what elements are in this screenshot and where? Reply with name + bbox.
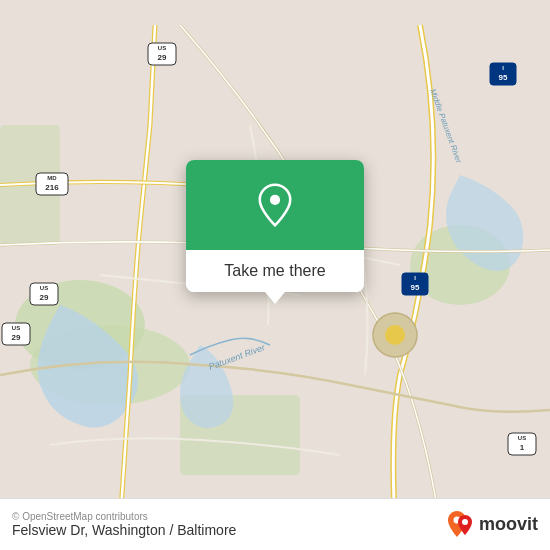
- svg-text:US: US: [40, 285, 48, 291]
- popup-header: [186, 160, 364, 250]
- location-text: Felsview Dr, Washington / Baltimore: [12, 522, 236, 538]
- moovit-brand-text: moovit: [479, 514, 538, 535]
- svg-text:US: US: [158, 45, 166, 51]
- svg-point-33: [462, 519, 468, 525]
- svg-text:MD: MD: [47, 175, 57, 181]
- svg-text:29: 29: [12, 333, 21, 342]
- bottom-bar: © OpenStreetMap contributors Felsview Dr…: [0, 498, 550, 550]
- moovit-logo: moovit: [447, 509, 538, 541]
- take-me-there-button[interactable]: Take me there: [186, 250, 364, 292]
- map-container: US 29 MD 216 US 29 I 95 I 95 US 1 US 29 …: [0, 0, 550, 550]
- bottom-left-info: © OpenStreetMap contributors Felsview Dr…: [12, 511, 236, 538]
- moovit-pin-icon: [447, 509, 475, 541]
- copyright-text: © OpenStreetMap contributors: [12, 511, 236, 522]
- svg-text:29: 29: [40, 293, 49, 302]
- svg-point-31: [270, 195, 280, 205]
- location-pin-icon: [253, 183, 297, 227]
- popup-card: Take me there: [186, 160, 364, 292]
- svg-text:95: 95: [499, 73, 508, 82]
- svg-text:US: US: [12, 325, 20, 331]
- svg-text:1: 1: [520, 443, 525, 452]
- svg-text:95: 95: [411, 283, 420, 292]
- svg-text:216: 216: [45, 183, 59, 192]
- svg-text:US: US: [518, 435, 526, 441]
- svg-text:29: 29: [158, 53, 167, 62]
- svg-point-30: [385, 325, 405, 345]
